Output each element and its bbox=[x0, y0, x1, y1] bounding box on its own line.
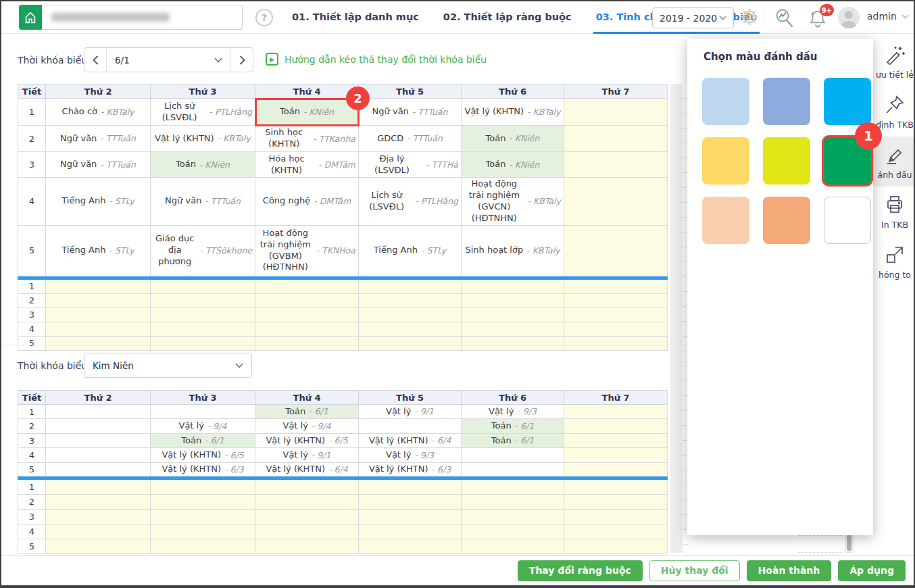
timetable-cell[interactable]: Sinh hoạt lớp- KBTaly bbox=[462, 225, 564, 276]
home-button[interactable] bbox=[19, 5, 42, 30]
empty-cell[interactable] bbox=[462, 463, 564, 476]
timetable-cell[interactable]: Vật lý (KHTN)- KBTaly bbox=[151, 126, 255, 152]
timetable-cell[interactable]: Hóa học (KHTN)- DMTâm bbox=[255, 152, 359, 178]
statistics-search-button[interactable] bbox=[773, 7, 796, 30]
overflow-empty-cell[interactable] bbox=[564, 480, 668, 495]
color-swatch-peach[interactable] bbox=[702, 197, 749, 244]
timetable-cell[interactable]: Toán- KNiên bbox=[462, 152, 564, 178]
overflow-empty-cell[interactable] bbox=[462, 480, 564, 495]
overflow-empty-cell[interactable] bbox=[255, 539, 359, 554]
overflow-empty-cell[interactable] bbox=[46, 322, 151, 336]
timetable-cell[interactable]: Toán- 6/1 bbox=[462, 419, 564, 434]
overflow-empty-cell[interactable] bbox=[151, 480, 255, 495]
color-swatch-light-blue[interactable] bbox=[702, 78, 749, 125]
empty-cell[interactable] bbox=[564, 463, 668, 476]
overflow-empty-cell[interactable] bbox=[359, 293, 462, 308]
overflow-empty-cell[interactable] bbox=[151, 524, 255, 539]
timetable-cell[interactable]: Ngữ văn- TTTuấn bbox=[359, 99, 462, 126]
overflow-empty-cell[interactable] bbox=[564, 510, 668, 524]
overflow-empty-cell[interactable] bbox=[46, 308, 151, 322]
timetable-cell[interactable]: Chào cờ- KBTaly bbox=[46, 99, 151, 126]
overflow-empty-cell[interactable] bbox=[359, 524, 462, 539]
overflow-empty-cell[interactable] bbox=[359, 510, 462, 524]
overflow-empty-cell[interactable] bbox=[151, 495, 255, 510]
sidebar-item-expand[interactable]: hóng to bbox=[873, 237, 915, 287]
overflow-empty-cell[interactable] bbox=[46, 480, 151, 495]
color-swatch-white[interactable] bbox=[824, 197, 871, 244]
timetable-cell[interactable]: Toán- KNiên2 bbox=[255, 99, 359, 126]
overflow-empty-cell[interactable] bbox=[462, 539, 564, 554]
empty-cell[interactable] bbox=[564, 178, 668, 226]
empty-cell[interactable] bbox=[359, 419, 462, 434]
empty-cell[interactable] bbox=[564, 448, 668, 463]
teacher-select[interactable]: Kim Niên bbox=[84, 353, 252, 378]
overflow-empty-cell[interactable] bbox=[151, 539, 255, 554]
overflow-empty-cell[interactable] bbox=[255, 279, 359, 293]
empty-cell[interactable] bbox=[564, 152, 668, 178]
timetable-cell[interactable]: Toán- 6/1 bbox=[151, 434, 255, 448]
overflow-empty-cell[interactable] bbox=[564, 322, 668, 336]
timetable-cell[interactable]: Toán- KNiên bbox=[462, 126, 564, 152]
empty-cell[interactable] bbox=[151, 405, 255, 419]
prev-class-button[interactable] bbox=[84, 48, 107, 72]
school-name-input[interactable] bbox=[42, 5, 243, 30]
timetable-cell[interactable]: Ngữ văn- TTTuấn bbox=[151, 178, 255, 226]
overflow-empty-cell[interactable] bbox=[564, 524, 668, 539]
overflow-empty-cell[interactable] bbox=[564, 293, 668, 308]
overflow-empty-cell[interactable] bbox=[564, 308, 668, 322]
overflow-empty-cell[interactable] bbox=[359, 539, 462, 554]
timetable-cell[interactable]: Tiếng Anh- STLy bbox=[359, 225, 462, 276]
overflow-empty-cell[interactable] bbox=[255, 336, 359, 350]
overflow-empty-cell[interactable] bbox=[46, 279, 151, 293]
help-button[interactable]: ? bbox=[255, 9, 273, 26]
timetable-cell[interactable]: Ngữ văn- TTTuấn bbox=[46, 126, 151, 152]
overflow-empty-cell[interactable] bbox=[46, 293, 151, 308]
class-select[interactable]: 6/1 bbox=[107, 48, 230, 72]
empty-cell[interactable] bbox=[46, 463, 151, 476]
timetable-cell[interactable]: Địa lý (LSVĐL)- TTTHà bbox=[359, 152, 462, 178]
overflow-empty-cell[interactable] bbox=[359, 308, 462, 322]
overflow-empty-cell[interactable] bbox=[46, 524, 151, 539]
timetable-cell[interactable]: Vật lý- 9/1 bbox=[359, 405, 462, 419]
color-swatch-bright-blue[interactable] bbox=[824, 78, 871, 125]
overflow-empty-cell[interactable] bbox=[564, 279, 668, 293]
empty-cell[interactable] bbox=[46, 434, 151, 448]
overflow-empty-cell[interactable] bbox=[151, 279, 255, 293]
timetable-cell[interactable]: Vật lý- 9/3 bbox=[462, 405, 564, 419]
overflow-empty-cell[interactable] bbox=[359, 279, 462, 293]
overflow-empty-cell[interactable] bbox=[255, 293, 359, 308]
school-year-select[interactable]: 2019 - 2020 bbox=[652, 7, 734, 28]
overflow-empty-cell[interactable] bbox=[564, 495, 668, 510]
overflow-empty-cell[interactable] bbox=[151, 293, 255, 308]
empty-cell[interactable] bbox=[46, 405, 151, 419]
timetable-cell[interactable]: Toán- KNiên bbox=[151, 152, 255, 178]
next-class-button[interactable] bbox=[230, 48, 253, 72]
timetable-cell[interactable]: Vật lý (KHTN)- 6/5 bbox=[151, 448, 255, 463]
settings-button[interactable] bbox=[739, 7, 760, 27]
timetable-cell[interactable]: Vật lý (KHTN)- 6/3 bbox=[359, 463, 462, 476]
overflow-empty-cell[interactable] bbox=[46, 495, 151, 510]
table-scrollbar-track[interactable] bbox=[670, 84, 682, 553]
timetable-cell[interactable]: GDCD- TTTuấn bbox=[359, 126, 462, 152]
overflow-empty-cell[interactable] bbox=[462, 524, 564, 539]
overflow-empty-cell[interactable] bbox=[151, 336, 255, 350]
overflow-empty-cell[interactable] bbox=[462, 336, 564, 350]
overflow-empty-cell[interactable] bbox=[255, 480, 359, 495]
footer-button-3[interactable]: Hoàn thành bbox=[747, 560, 832, 581]
timetable-cell[interactable]: Sinh học (KHTN)- TTKanha bbox=[255, 126, 359, 152]
drag-drop-guide-link[interactable]: ▶ Hướng dẫn kéo thả thay đổi thời khóa b… bbox=[266, 53, 487, 66]
overflow-empty-cell[interactable] bbox=[359, 336, 462, 350]
overflow-empty-cell[interactable] bbox=[359, 322, 462, 336]
overflow-empty-cell[interactable] bbox=[359, 495, 462, 510]
timetable-cell[interactable]: Vật lý- 9/4 bbox=[151, 419, 255, 434]
user-menu[interactable]: admin bbox=[867, 11, 909, 22]
timetable-cell[interactable]: Lịch sử (LSVĐL)- PTLHằng bbox=[151, 99, 255, 126]
color-swatch-green[interactable]: 1 bbox=[824, 137, 871, 185]
timetable-cell[interactable]: Toán- 6/1 bbox=[462, 434, 564, 448]
overflow-empty-cell[interactable] bbox=[255, 495, 359, 510]
overflow-empty-cell[interactable] bbox=[255, 510, 359, 524]
overflow-empty-cell[interactable] bbox=[46, 336, 151, 350]
timetable-cell[interactable]: Vật lý (KHTN)- 6/4 bbox=[359, 434, 462, 448]
overflow-empty-cell[interactable] bbox=[46, 510, 151, 524]
overflow-empty-cell[interactable] bbox=[462, 293, 564, 308]
